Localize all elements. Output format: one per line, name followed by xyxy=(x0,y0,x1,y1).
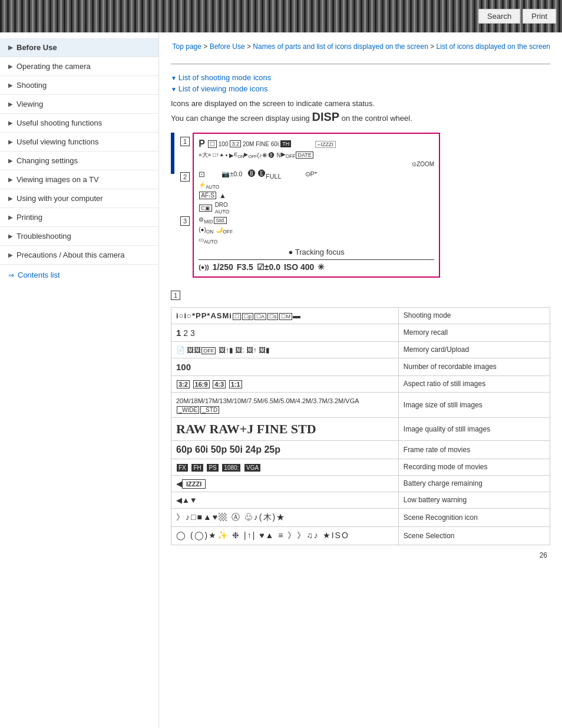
shooting-mode-link[interactable]: List of shooting mode icons xyxy=(171,73,550,82)
section-labels: 1 2 3 xyxy=(180,136,190,227)
arrow-icon: ▶ xyxy=(8,63,13,70)
screen-row-6: (●)ON 🌙OFF xyxy=(199,226,434,235)
camera-screen: P ☐ 100 3:2 20M FINE 60i TH ⌐IZZZI «大» □… xyxy=(193,133,440,278)
arrow-icon: ▶ xyxy=(8,233,13,239)
print-button[interactable]: Print xyxy=(523,9,556,24)
arrow-icon: ▶ xyxy=(8,139,13,145)
divider xyxy=(171,64,550,64)
screen-row-5: ⚙MID Std. xyxy=(199,216,434,225)
arrow-icon: ▶ xyxy=(8,82,13,88)
sidebar-item-shooting[interactable]: ▶ Shooting xyxy=(0,76,158,95)
breadcrumb-list-of-icons[interactable]: List of icons displayed on the screen xyxy=(437,42,550,51)
screen-row-2: ⊡ 📷±0.0 🅑 🅔FULL ⊙P* xyxy=(199,169,434,180)
main-layout: ▶ Before Use ▶ Operating the camera ▶ Sh… xyxy=(0,32,562,728)
label-cell: Aspect ratio of still images xyxy=(398,375,550,392)
arrow-icon: ▶ xyxy=(8,252,13,258)
arrow-icon: ▶ xyxy=(8,101,13,107)
table-row: i○i○*PP*ASMi☐☐p☐A☐s☐M▬ Shooting mode xyxy=(171,307,550,324)
label-cell: Number of recordable images xyxy=(398,358,550,375)
icon-cell: ◀▲▼ xyxy=(171,492,399,508)
tracking-focus: ● Tracking focus xyxy=(199,248,434,256)
section-label-3: 3 xyxy=(180,216,190,226)
sidebar-item-precautions[interactable]: ▶ Precautions / About this camera xyxy=(0,246,158,265)
table-row: ◯ (◯)★✨ ❉ |↑| ♥▲ ≡ 》》♫♪ ★ISO Scene Selec… xyxy=(171,526,550,545)
label-cell: Memory recall xyxy=(398,324,550,341)
sidebar-item-useful-viewing[interactable]: ▶ Useful viewing functions xyxy=(0,133,158,151)
icons-table: i○i○*PP*ASMi☐☐p☐A☐s☐M▬ Shooting mode 1 2… xyxy=(171,307,550,545)
label-cell: Battery charge remaining xyxy=(398,475,550,492)
icon-cell: FX FH PS 1080: VGA xyxy=(171,459,399,475)
search-button[interactable]: Search xyxy=(478,9,520,24)
arrow-icon: ▶ xyxy=(8,195,13,202)
arrow-right-icon: ⇒ xyxy=(8,271,14,279)
sidebar-item-changing-settings[interactable]: ▶ Changing settings xyxy=(0,151,158,170)
breadcrumb-top[interactable]: Top page xyxy=(173,42,201,51)
arrow-icon: ▶ xyxy=(8,44,13,51)
disp-label: DISP xyxy=(312,110,339,123)
table-row: 》♪□■▲♥▩ Ⓐ ♧♪(木)★ Scene Recognition icon xyxy=(171,508,550,526)
bottom-bar: (●)) 1/250 F3.5 ☑±0.0 ISO 400 ✳ xyxy=(199,259,434,272)
header-buttons: Search Print xyxy=(478,9,556,24)
sidebar-item-using-computer[interactable]: ▶ Using with your computer xyxy=(0,189,158,208)
description-2: You can change the screen display using … xyxy=(171,110,550,124)
table-row: RAW RAW+J FINE STD Image quality of stil… xyxy=(171,417,550,440)
box-num: 1 xyxy=(171,291,180,300)
screen-row-2b: ⚡AUTO xyxy=(199,182,434,190)
label-cell: Frame rate of movies xyxy=(398,440,550,459)
label-cell: Shooting mode xyxy=(398,307,550,324)
sidebar-item-troubleshooting[interactable]: ▶ Troubleshooting xyxy=(0,227,158,246)
table-row: 20M/18M/17M/13M/10M/7.5M/6.5M/5.0M/4.2M/… xyxy=(171,392,550,417)
arrow-icon: ▶ xyxy=(8,176,13,183)
table-row: 📄 🖼🖼OFF 🖼↑▮ 🖼: 🖼↑ 🖼▮ Memory card/Upload xyxy=(171,341,550,358)
screen-row-7: ▭AUTO xyxy=(199,236,434,245)
table-row: 60p 60i 50p 50i 24p 25p Frame rate of mo… xyxy=(171,440,550,459)
screen-row-4: C▣ DROAUTO xyxy=(199,202,434,215)
icon-cell: 20M/18M/17M/13M/10M/7.5M/6.5M/5.0M/4.2M/… xyxy=(171,392,399,417)
table-row: ◀IZZZI Battery charge remaining xyxy=(171,475,550,492)
label-cell: Scene Selection xyxy=(398,526,550,545)
breadcrumb-before-use[interactable]: Before Use xyxy=(210,42,245,51)
label-cell: Scene Recognition icon xyxy=(398,508,550,526)
table-row: 1 2 3 Memory recall xyxy=(171,324,550,341)
sidebar-item-printing[interactable]: ▶ Printing xyxy=(0,208,158,227)
arrow-icon: ▶ xyxy=(8,157,13,164)
screen-row-3: AF-S ▲ xyxy=(199,192,434,200)
icon-cell: 1 2 3 xyxy=(171,324,399,341)
table-row: ◀▲▼ Low battery warning xyxy=(171,492,550,508)
icon-cell: 100 xyxy=(171,358,399,375)
sidebar-item-operating-camera[interactable]: ▶ Operating the camera xyxy=(0,57,158,76)
icon-cell: ◯ (◯)★✨ ❉ |↑| ♥▲ ≡ 》》♫♪ ★ISO xyxy=(171,526,399,545)
icon-cell: ◀IZZZI xyxy=(171,475,399,492)
description-1: Icons are displayed on the screen to ind… xyxy=(171,99,550,108)
header: Search Print xyxy=(0,0,562,32)
arrow-icon: ▶ xyxy=(8,120,13,126)
section-label-1: 1 xyxy=(180,137,190,146)
screen-row-1b: «大» □↑ ✦ • ▶ EON ▶OFF (♪❋ 🅑 N ▶OFF DATE xyxy=(199,151,434,159)
icon-cell: 📄 🖼🖼OFF 🖼↑▮ 🖼: 🖼↑ 🖼▮ xyxy=(171,341,399,358)
breadcrumb-names-of-parts[interactable]: Names of parts and list of icons display… xyxy=(253,42,428,51)
section-label-2: 2 xyxy=(180,172,190,182)
page-number: 26 xyxy=(171,551,550,559)
table-row: 3:2 16:9 4:3 1:1 Aspect ratio of still i… xyxy=(171,375,550,392)
screen-row-1c: ⊙ZOOM xyxy=(199,161,434,167)
sidebar-item-viewing[interactable]: ▶ Viewing xyxy=(0,95,158,114)
label-cell: Image size of still images xyxy=(398,392,550,417)
blue-bar-indicator xyxy=(171,133,174,174)
camera-screen-wrapper: 1 2 3 P ☐ 100 3:2 xyxy=(171,133,550,278)
breadcrumb: Top page > Before Use > Names of parts a… xyxy=(171,41,550,52)
icon-cell: 60p 60i 50p 50i 24p 25p xyxy=(171,440,399,459)
sidebar: ▶ Before Use ▶ Operating the camera ▶ Sh… xyxy=(0,32,159,728)
contents-list-link[interactable]: ⇒ Contents list xyxy=(0,265,158,285)
icon-cell: 》♪□■▲♥▩ Ⓐ ♧♪(木)★ xyxy=(171,508,399,526)
arrow-icon: ▶ xyxy=(8,214,13,220)
icon-cell: i○i○*PP*ASMi☐☐p☐A☐s☐M▬ xyxy=(171,307,399,324)
label-cell: Memory card/Upload xyxy=(398,341,550,358)
sidebar-item-before-use[interactable]: ▶ Before Use xyxy=(0,38,158,57)
label-cell: Image quality of still images xyxy=(398,417,550,440)
sidebar-item-useful-shooting[interactable]: ▶ Useful shooting functions xyxy=(0,114,158,133)
sidebar-item-viewing-tv[interactable]: ▶ Viewing images on a TV xyxy=(0,170,158,189)
content-area: Top page > Before Use > Names of parts a… xyxy=(159,32,562,728)
screen-row-1: P ☐ 100 3:2 20M FINE 60i TH ⌐IZZZI xyxy=(199,139,434,149)
table-row: 100 Number of recordable images xyxy=(171,358,550,375)
viewing-mode-link[interactable]: List of viewing mode icons xyxy=(171,84,550,93)
